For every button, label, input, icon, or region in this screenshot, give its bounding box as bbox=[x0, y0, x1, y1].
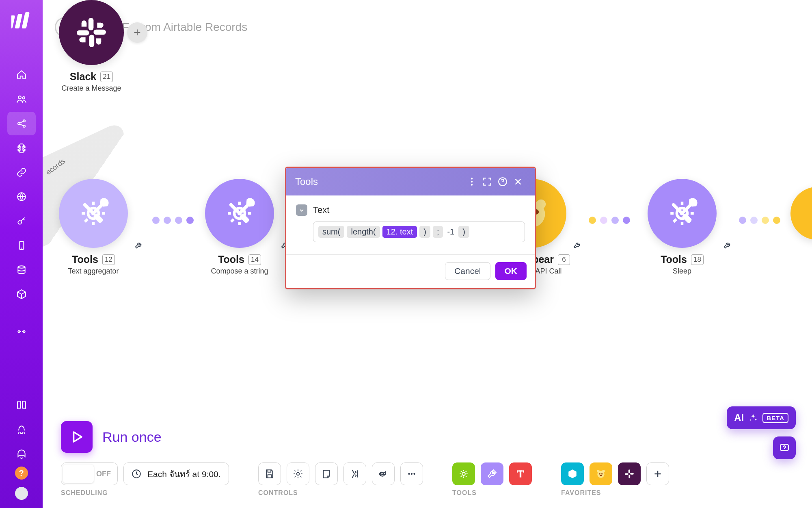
svg-point-76 bbox=[411, 473, 412, 475]
module-sub: Sleep bbox=[648, 267, 717, 276]
svg-point-74 bbox=[297, 473, 300, 475]
fav-add[interactable] bbox=[646, 462, 669, 485]
module-tools-5-title: Tools 18 bbox=[648, 254, 717, 265]
dialog-close-icon[interactable] bbox=[510, 174, 526, 189]
tool-tile-flow[interactable] bbox=[452, 462, 475, 485]
user-avatar[interactable] bbox=[15, 487, 28, 500]
svg-rect-90 bbox=[625, 473, 628, 475]
control-settings[interactable] bbox=[287, 462, 309, 485]
svg-rect-15 bbox=[93, 30, 106, 35]
nav-keys[interactable] bbox=[7, 209, 36, 233]
fav-box[interactable] bbox=[561, 462, 584, 485]
svg-rect-79 bbox=[517, 470, 518, 472]
schedule-switch[interactable]: OFF bbox=[61, 462, 118, 485]
control-explain[interactable] bbox=[372, 462, 395, 485]
connector-dots bbox=[152, 217, 194, 224]
dialog-menu-icon[interactable] bbox=[464, 174, 479, 189]
formula-input[interactable]: sum( length( 12. text ) ; -1 ) bbox=[313, 221, 525, 242]
svg-line-64 bbox=[674, 219, 676, 222]
svg-rect-80 bbox=[523, 470, 524, 472]
svg-point-83 bbox=[602, 470, 605, 473]
module-tools-1[interactable]: Tools 12 Text aggregator bbox=[59, 179, 128, 276]
nav-webhooks[interactable] bbox=[7, 185, 36, 208]
dialog-header[interactable]: Tools bbox=[286, 168, 535, 195]
module-tools-1-bubble[interactable] bbox=[59, 179, 128, 248]
wrench-icon[interactable] bbox=[134, 241, 143, 251]
module-sub: Compose a string bbox=[205, 267, 274, 276]
control-autoalign[interactable] bbox=[343, 462, 366, 485]
module-tools-5-bubble[interactable] bbox=[648, 179, 717, 248]
module-tools-2[interactable]: Tools 14 Compose a string bbox=[205, 179, 274, 276]
svg-rect-2 bbox=[22, 12, 30, 28]
group-label: SCHEDULING bbox=[61, 489, 229, 497]
token-close[interactable]: ) bbox=[419, 226, 430, 238]
nav-docs[interactable] bbox=[7, 393, 36, 417]
schedule-pill[interactable]: Each จันทร์ at 9:00. bbox=[123, 462, 229, 485]
control-save[interactable] bbox=[258, 462, 281, 485]
nav-more[interactable] bbox=[7, 320, 36, 343]
module-tools-2-bubble[interactable] bbox=[205, 179, 274, 248]
ok-button[interactable]: OK bbox=[495, 262, 527, 280]
help-fab[interactable] bbox=[773, 436, 796, 459]
nav-functions[interactable] bbox=[7, 282, 36, 306]
dialog-help-icon[interactable] bbox=[495, 174, 510, 189]
svg-point-5 bbox=[17, 122, 19, 124]
svg-point-78 bbox=[462, 472, 465, 475]
nav-templates[interactable] bbox=[7, 136, 36, 160]
make-logo[interactable] bbox=[11, 7, 32, 28]
beta-badge: BETA bbox=[762, 413, 788, 423]
dialog-expand-icon[interactable] bbox=[479, 174, 495, 189]
nav-devices[interactable] bbox=[7, 234, 36, 257]
svg-rect-21 bbox=[97, 23, 101, 28]
module-slack[interactable]: + Slack 21 Create a Message bbox=[59, 0, 124, 93]
left-sidebar: ? bbox=[0, 0, 43, 508]
nav-scenarios[interactable] bbox=[7, 112, 36, 135]
nav-team[interactable] bbox=[7, 87, 36, 111]
dialog-footer: Cancel OK bbox=[286, 254, 535, 288]
group-favorites: FAVORITES bbox=[561, 462, 669, 497]
run-once-button[interactable] bbox=[61, 421, 93, 453]
wrench-icon[interactable] bbox=[573, 241, 582, 251]
fav-slack[interactable] bbox=[618, 462, 641, 485]
help-badge[interactable]: ? bbox=[15, 467, 28, 480]
nav-datastores[interactable] bbox=[7, 258, 36, 282]
token-fn-length[interactable]: length( bbox=[347, 226, 380, 238]
svg-point-86 bbox=[600, 475, 602, 476]
module-title-text: Tools bbox=[218, 254, 244, 265]
control-more[interactable] bbox=[400, 462, 423, 485]
control-notes[interactable] bbox=[315, 462, 338, 485]
field-toggle[interactable] bbox=[296, 204, 307, 216]
module-edge-next[interactable] bbox=[790, 187, 812, 240]
module-title-text: Tools bbox=[661, 254, 687, 265]
module-edge-bubble[interactable] bbox=[790, 187, 812, 240]
nav-notifications[interactable] bbox=[7, 442, 36, 466]
nav-connections[interactable] bbox=[7, 161, 36, 184]
svg-rect-25 bbox=[82, 37, 86, 43]
nav-home[interactable] bbox=[7, 63, 36, 87]
tool-tile-text[interactable] bbox=[509, 462, 532, 485]
group-scheduling: OFF Each จันทร์ at 9:00. SCHEDULING bbox=[61, 462, 229, 497]
svg-rect-1 bbox=[15, 14, 22, 28]
tool-tile-tools[interactable] bbox=[481, 462, 503, 485]
svg-point-75 bbox=[408, 473, 410, 475]
token-close[interactable]: ) bbox=[458, 226, 469, 238]
add-module-button[interactable]: + bbox=[127, 22, 147, 43]
nav-whatsnew[interactable] bbox=[7, 418, 36, 441]
token-semicolon[interactable]: ; bbox=[433, 226, 443, 238]
svg-rect-17 bbox=[77, 30, 89, 36]
svg-point-52 bbox=[536, 200, 546, 209]
cancel-button[interactable]: Cancel bbox=[445, 262, 490, 280]
svg-rect-87 bbox=[628, 469, 630, 473]
ai-button[interactable]: AI BETA bbox=[727, 406, 796, 429]
wrench-icon[interactable] bbox=[723, 241, 732, 251]
token-literal[interactable]: -1 bbox=[445, 226, 456, 238]
fav-bannerbear[interactable] bbox=[590, 462, 612, 485]
group-controls: CONTROLS bbox=[258, 462, 423, 497]
group-label: CONTROLS bbox=[258, 489, 423, 497]
module-badge: 18 bbox=[691, 254, 704, 265]
token-fn-sum[interactable]: sum( bbox=[318, 226, 344, 238]
token-variable[interactable]: 12. text bbox=[382, 226, 417, 238]
module-slack-bubble[interactable]: + bbox=[59, 0, 124, 65]
svg-rect-23 bbox=[96, 38, 102, 42]
module-tools-5[interactable]: Tools 18 Sleep bbox=[648, 179, 717, 276]
